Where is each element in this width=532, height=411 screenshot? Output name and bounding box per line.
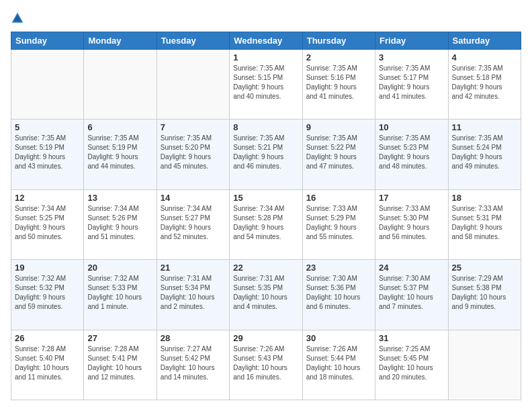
calendar-cell: 26Sunrise: 7:28 AM Sunset: 5:40 PM Dayli… <box>11 330 84 400</box>
calendar-cell: 21Sunrise: 7:31 AM Sunset: 5:34 PM Dayli… <box>157 260 229 330</box>
weekday-header-saturday: Saturday <box>448 32 521 50</box>
day-number: 25 <box>452 263 517 273</box>
week-row-4: 26Sunrise: 7:28 AM Sunset: 5:40 PM Dayli… <box>11 330 521 400</box>
day-info: Sunrise: 7:34 AM Sunset: 5:28 PM Dayligh… <box>233 204 298 242</box>
day-number: 4 <box>452 52 517 62</box>
day-info: Sunrise: 7:35 AM Sunset: 5:18 PM Dayligh… <box>452 64 517 101</box>
day-number: 30 <box>306 333 371 343</box>
day-info: Sunrise: 7:35 AM Sunset: 5:17 PM Dayligh… <box>379 64 444 101</box>
calendar-cell: 17Sunrise: 7:33 AM Sunset: 5:30 PM Dayli… <box>375 189 448 259</box>
day-number: 29 <box>233 333 298 343</box>
calendar-cell <box>157 50 229 120</box>
day-number: 22 <box>233 263 298 273</box>
day-info: Sunrise: 7:28 AM Sunset: 5:41 PM Dayligh… <box>87 345 152 382</box>
day-number: 18 <box>452 193 517 203</box>
calendar-cell: 11Sunrise: 7:35 AM Sunset: 5:24 PM Dayli… <box>448 120 521 189</box>
calendar-cell: 23Sunrise: 7:30 AM Sunset: 5:36 PM Dayli… <box>302 260 375 330</box>
calendar-cell: 7Sunrise: 7:35 AM Sunset: 5:20 PM Daylig… <box>157 120 229 189</box>
header <box>11 11 521 25</box>
day-number: 9 <box>306 122 371 132</box>
day-number: 5 <box>15 122 80 132</box>
day-number: 21 <box>161 263 226 273</box>
calendar-cell: 2Sunrise: 7:35 AM Sunset: 5:16 PM Daylig… <box>302 50 375 120</box>
day-info: Sunrise: 7:35 AM Sunset: 5:20 PM Dayligh… <box>161 134 226 171</box>
day-number: 1 <box>233 52 298 62</box>
day-number: 28 <box>161 333 226 343</box>
day-number: 16 <box>306 193 371 203</box>
day-info: Sunrise: 7:35 AM Sunset: 5:19 PM Dayligh… <box>15 134 80 171</box>
weekday-header-thursday: Thursday <box>302 32 375 50</box>
page: SundayMondayTuesdayWednesdayThursdayFrid… <box>0 0 532 411</box>
calendar-cell: 6Sunrise: 7:35 AM Sunset: 5:19 PM Daylig… <box>84 120 157 189</box>
day-info: Sunrise: 7:28 AM Sunset: 5:40 PM Dayligh… <box>15 345 80 382</box>
day-number: 6 <box>87 122 152 132</box>
day-info: Sunrise: 7:30 AM Sunset: 5:36 PM Dayligh… <box>306 274 371 312</box>
day-info: Sunrise: 7:33 AM Sunset: 5:30 PM Dayligh… <box>379 204 444 242</box>
calendar-cell: 28Sunrise: 7:27 AM Sunset: 5:42 PM Dayli… <box>157 330 229 400</box>
calendar-cell: 27Sunrise: 7:28 AM Sunset: 5:41 PM Dayli… <box>84 330 157 400</box>
day-info: Sunrise: 7:34 AM Sunset: 5:25 PM Dayligh… <box>15 204 80 242</box>
weekday-header-tuesday: Tuesday <box>157 32 229 50</box>
calendar-cell: 31Sunrise: 7:25 AM Sunset: 5:45 PM Dayli… <box>375 330 448 400</box>
day-number: 14 <box>161 193 226 203</box>
calendar-cell: 12Sunrise: 7:34 AM Sunset: 5:25 PM Dayli… <box>11 189 84 259</box>
weekday-header-row: SundayMondayTuesdayWednesdayThursdayFrid… <box>11 32 521 50</box>
calendar-cell: 4Sunrise: 7:35 AM Sunset: 5:18 PM Daylig… <box>448 50 521 120</box>
day-info: Sunrise: 7:32 AM Sunset: 5:33 PM Dayligh… <box>87 274 152 312</box>
day-number: 8 <box>233 122 298 132</box>
calendar-cell: 1Sunrise: 7:35 AM Sunset: 5:15 PM Daylig… <box>230 50 302 120</box>
calendar-cell: 24Sunrise: 7:30 AM Sunset: 5:37 PM Dayli… <box>375 260 448 330</box>
day-info: Sunrise: 7:35 AM Sunset: 5:23 PM Dayligh… <box>379 134 444 171</box>
day-number: 20 <box>87 263 152 273</box>
calendar-cell: 30Sunrise: 7:26 AM Sunset: 5:44 PM Dayli… <box>302 330 375 400</box>
weekday-header-monday: Monday <box>84 32 157 50</box>
day-info: Sunrise: 7:33 AM Sunset: 5:31 PM Dayligh… <box>452 204 517 242</box>
day-info: Sunrise: 7:33 AM Sunset: 5:29 PM Dayligh… <box>306 204 371 242</box>
day-number: 24 <box>379 263 444 273</box>
week-row-1: 5Sunrise: 7:35 AM Sunset: 5:19 PM Daylig… <box>11 120 521 189</box>
day-number: 15 <box>233 193 298 203</box>
day-info: Sunrise: 7:26 AM Sunset: 5:44 PM Dayligh… <box>306 345 371 382</box>
calendar-cell: 15Sunrise: 7:34 AM Sunset: 5:28 PM Dayli… <box>230 189 302 259</box>
day-info: Sunrise: 7:25 AM Sunset: 5:45 PM Dayligh… <box>379 345 444 382</box>
day-info: Sunrise: 7:26 AM Sunset: 5:43 PM Dayligh… <box>233 345 298 382</box>
day-number: 27 <box>87 333 152 343</box>
calendar-cell: 20Sunrise: 7:32 AM Sunset: 5:33 PM Dayli… <box>84 260 157 330</box>
day-info: Sunrise: 7:35 AM Sunset: 5:21 PM Dayligh… <box>233 134 298 171</box>
day-number: 13 <box>87 193 152 203</box>
day-number: 19 <box>15 263 80 273</box>
day-info: Sunrise: 7:27 AM Sunset: 5:42 PM Dayligh… <box>161 345 226 382</box>
week-row-3: 19Sunrise: 7:32 AM Sunset: 5:32 PM Dayli… <box>11 260 521 330</box>
day-number: 26 <box>15 333 80 343</box>
logo <box>11 11 27 25</box>
day-info: Sunrise: 7:34 AM Sunset: 5:27 PM Dayligh… <box>161 204 226 242</box>
calendar-cell: 25Sunrise: 7:29 AM Sunset: 5:38 PM Dayli… <box>448 260 521 330</box>
day-info: Sunrise: 7:35 AM Sunset: 5:19 PM Dayligh… <box>87 134 152 171</box>
weekday-header-wednesday: Wednesday <box>230 32 302 50</box>
logo-icon <box>11 11 24 25</box>
day-info: Sunrise: 7:32 AM Sunset: 5:32 PM Dayligh… <box>15 274 80 312</box>
calendar-cell: 5Sunrise: 7:35 AM Sunset: 5:19 PM Daylig… <box>11 120 84 189</box>
day-info: Sunrise: 7:34 AM Sunset: 5:26 PM Dayligh… <box>87 204 152 242</box>
day-number: 12 <box>15 193 80 203</box>
day-info: Sunrise: 7:35 AM Sunset: 5:16 PM Dayligh… <box>306 64 371 101</box>
day-info: Sunrise: 7:35 AM Sunset: 5:24 PM Dayligh… <box>452 134 517 171</box>
day-info: Sunrise: 7:31 AM Sunset: 5:35 PM Dayligh… <box>233 274 298 312</box>
day-info: Sunrise: 7:31 AM Sunset: 5:34 PM Dayligh… <box>161 274 226 312</box>
calendar-cell: 14Sunrise: 7:34 AM Sunset: 5:27 PM Dayli… <box>157 189 229 259</box>
day-info: Sunrise: 7:30 AM Sunset: 5:37 PM Dayligh… <box>379 274 444 312</box>
calendar-cell: 19Sunrise: 7:32 AM Sunset: 5:32 PM Dayli… <box>11 260 84 330</box>
calendar-cell <box>11 50 84 120</box>
calendar-cell: 10Sunrise: 7:35 AM Sunset: 5:23 PM Dayli… <box>375 120 448 189</box>
weekday-header-sunday: Sunday <box>11 32 84 50</box>
calendar-cell: 18Sunrise: 7:33 AM Sunset: 5:31 PM Dayli… <box>448 189 521 259</box>
day-info: Sunrise: 7:35 AM Sunset: 5:22 PM Dayligh… <box>306 134 371 171</box>
calendar-cell: 8Sunrise: 7:35 AM Sunset: 5:21 PM Daylig… <box>230 120 302 189</box>
calendar-cell: 16Sunrise: 7:33 AM Sunset: 5:29 PM Dayli… <box>302 189 375 259</box>
calendar-cell: 9Sunrise: 7:35 AM Sunset: 5:22 PM Daylig… <box>302 120 375 189</box>
calendar-cell: 22Sunrise: 7:31 AM Sunset: 5:35 PM Dayli… <box>230 260 302 330</box>
calendar-cell <box>84 50 157 120</box>
day-number: 3 <box>379 52 444 62</box>
calendar-cell <box>448 330 521 400</box>
calendar-cell: 29Sunrise: 7:26 AM Sunset: 5:43 PM Dayli… <box>230 330 302 400</box>
